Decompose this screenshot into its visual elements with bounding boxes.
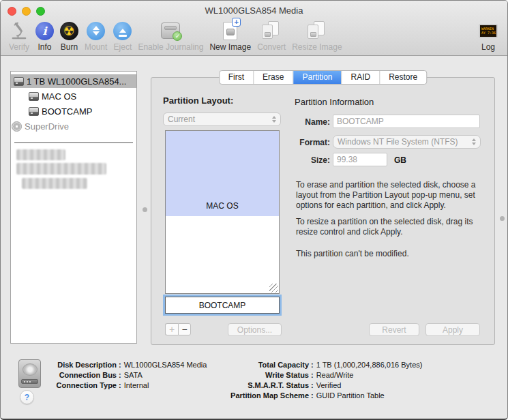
partition-map: MAC OS: [165, 130, 280, 294]
mount-button[interactable]: Mount: [85, 20, 107, 52]
redacted-block: [22, 178, 87, 189]
add-partition-button[interactable]: +: [165, 323, 178, 335]
sidebar-divider: [14, 142, 133, 143]
footer-right-column: Total Capacity: 1 TB (1,000,204,886,016 …: [218, 360, 422, 401]
tab-first-aid[interactable]: First Aid: [220, 71, 254, 84]
splitter-handle-right[interactable]: [500, 216, 505, 221]
help-paragraph-2: To resize a partition on the selected di…: [296, 217, 490, 237]
plus-badge-icon: +: [232, 18, 241, 27]
partition-panel: First Aid Erase Partition RAID Restore P…: [151, 77, 495, 345]
footer-left-column: Disk Description: WL1000GLSA854 Media Co…: [48, 360, 207, 391]
eject-button[interactable]: Eject: [113, 20, 132, 52]
tab-restore[interactable]: Restore: [380, 71, 426, 84]
help-button[interactable]: ?: [20, 390, 34, 404]
chevron-up-down-icon: [272, 114, 276, 125]
sidebar-item-macos[interactable]: MAC OS: [11, 89, 136, 103]
size-unit-label: GB: [394, 155, 406, 165]
tab-raid[interactable]: RAID: [342, 71, 380, 84]
footer-row: Connection Bus: SATA: [48, 370, 207, 380]
chevron-up-down-icon: [472, 136, 476, 147]
redacted-block: [16, 149, 65, 160]
hard-disk-icon: [14, 77, 24, 86]
disk-utility-window: WL1000GLSA854 Media Ver: [0, 0, 508, 420]
redacted-block: [16, 163, 106, 175]
burn-icon: ☢: [60, 20, 78, 41]
microscope-icon: [10, 20, 28, 41]
footer-row: Connection Type: Internal: [48, 380, 207, 391]
optical-drive-icon: [12, 121, 22, 132]
eject-icon: [113, 20, 132, 41]
splitter-handle[interactable]: [143, 207, 147, 212]
tab-erase[interactable]: Erase: [254, 71, 293, 84]
sidebar-item-superdrive[interactable]: SuperDrive: [11, 119, 136, 133]
volume-icon: [29, 92, 39, 101]
sidebar-item-bootcamp[interactable]: BOOTCAMP: [11, 104, 136, 118]
enable-journaling-button[interactable]: ✓ Enable Journaling: [138, 20, 203, 52]
footer-row: S.M.A.R.T. Status: Verified: [218, 380, 422, 391]
volume-icon: [29, 107, 39, 116]
window-title: WL1000GLSA854 Media: [1, 5, 507, 16]
mount-icon: [87, 20, 105, 41]
window-header: WL1000GLSA854 Media Ver: [1, 1, 507, 56]
add-remove-partition-group: + −: [165, 323, 191, 335]
info-icon: i: [35, 20, 54, 41]
partition-info-heading: Partition Information: [295, 97, 374, 107]
format-label: Format:: [291, 138, 330, 147]
options-button[interactable]: Options...: [228, 323, 282, 336]
revert-button[interactable]: Revert: [369, 323, 419, 336]
info-button[interactable]: i Info: [35, 20, 54, 52]
tab-bar: First Aid Erase Partition RAID Restore: [219, 70, 427, 85]
status-paragraph: This partition can't be modified.: [296, 249, 490, 259]
size-label: Size:: [291, 155, 330, 165]
verify-button[interactable]: Verify: [9, 20, 29, 52]
bootcamp-partition-slice[interactable]: BOOTCAMP: [165, 297, 280, 314]
help-paragraph-1: To erase and partition the selected disk…: [296, 180, 490, 211]
log-button[interactable]: WARNIN AY 7:36 Log: [479, 20, 498, 52]
footer-row: Disk Description: WL1000GLSA854 Media: [48, 360, 207, 370]
size-field[interactable]: [333, 153, 387, 166]
footer-row: Partition Map Scheme: GUID Partition Tab…: [218, 391, 422, 401]
partition-scheme-select[interactable]: Current: [163, 112, 281, 126]
resize-handle[interactable]: [269, 284, 278, 292]
check-icon: ✓: [173, 31, 182, 41]
new-image-button[interactable]: + New Image: [209, 20, 251, 52]
partition-layout-heading: Partition Layout:: [163, 95, 233, 106]
name-field[interactable]: [333, 115, 480, 128]
resize-image-button[interactable]: Resize Image: [292, 20, 342, 52]
footer-disk-icon: [18, 359, 41, 388]
resize-image-icon: [308, 20, 327, 41]
footer-row: Write Status: Read/Write: [218, 370, 422, 380]
tab-partition[interactable]: Partition: [293, 71, 342, 84]
new-image-icon: +: [223, 20, 237, 41]
sidebar-item-disk[interactable]: 1 TB WL1000GLSA854...: [11, 74, 136, 88]
burn-button[interactable]: ☢ Burn: [60, 20, 78, 52]
apply-button[interactable]: Apply: [425, 323, 480, 336]
footer-row: Total Capacity: 1 TB (1,000,204,886,016 …: [218, 360, 422, 370]
convert-button[interactable]: Convert: [257, 20, 286, 52]
device-sidebar: 1 TB WL1000GLSA854... MAC OS BOOTCAMP Su…: [10, 71, 137, 344]
journaling-drive-icon: ✓: [161, 20, 180, 41]
remove-partition-button[interactable]: −: [178, 323, 191, 335]
log-icon: WARNIN AY 7:36: [479, 20, 498, 41]
convert-icon: [262, 20, 281, 41]
name-label: Name:: [291, 117, 330, 127]
format-select[interactable]: Windows NT File System (NTFS): [333, 135, 481, 149]
toolbar: Verify i Info ☢ Burn M: [1, 19, 507, 55]
macos-partition-label: MAC OS: [166, 201, 279, 211]
